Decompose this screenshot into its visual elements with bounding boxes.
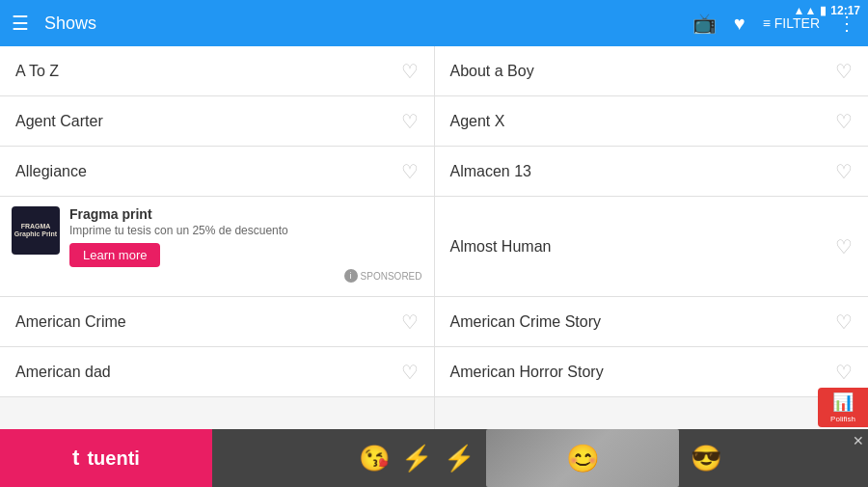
menu-icon[interactable]: ☰ bbox=[12, 12, 29, 35]
show-name: American Crime bbox=[15, 313, 126, 331]
ad-brand-name: Fragma print bbox=[69, 206, 422, 222]
filter-icon: ≡ bbox=[763, 15, 771, 31]
banner-close-button[interactable]: ✕ bbox=[853, 433, 864, 448]
banner-content: 😘 ⚡ ⚡ 😊 😎 bbox=[212, 429, 868, 487]
show-item-american-crime[interactable]: American Crime ♡ bbox=[0, 297, 434, 347]
show-item-agent-x[interactable]: Agent X ♡ bbox=[435, 96, 869, 147]
ad-text: Fragma print Imprime tu tesis con un 25%… bbox=[69, 206, 422, 267]
wifi-icon: ▲▲ bbox=[794, 4, 817, 17]
show-name: A To Z bbox=[15, 63, 59, 80]
show-item-almost-human[interactable]: Almost Human ♡ bbox=[435, 197, 869, 297]
show-item-american-horror-story[interactable]: American Horror Story ♡ bbox=[435, 347, 869, 397]
favorite-heart-icon[interactable]: ♡ bbox=[401, 60, 419, 83]
polifish-chart-icon: 📊 bbox=[832, 392, 854, 413]
advertisement-block: FRAGMAGraphic Print Fragma print Imprime… bbox=[0, 197, 434, 297]
show-item-almacen-13[interactable]: Almacen 13 ♡ bbox=[435, 147, 869, 197]
favorite-heart-icon[interactable]: ♡ bbox=[401, 160, 419, 183]
emoji-lightning2: ⚡ bbox=[444, 444, 475, 473]
favorite-heart-icon[interactable]: ♡ bbox=[401, 311, 419, 334]
favorite-heart-icon[interactable]: ♡ bbox=[401, 361, 419, 384]
favorite-heart-icon[interactable]: ♡ bbox=[835, 235, 853, 258]
show-item-allegiance[interactable]: Allegiance ♡ bbox=[0, 147, 434, 197]
show-name: Allegiance bbox=[15, 163, 87, 180]
favorite-heart-icon[interactable]: ♡ bbox=[835, 361, 853, 384]
ad-inner: FRAGMAGraphic Print Fragma print Imprime… bbox=[12, 206, 422, 267]
left-column: A To Z ♡ Agent Carter ♡ Allegiance ♡ FRA… bbox=[0, 46, 435, 429]
ad-description: Imprime tu tesis con un 25% de descuento bbox=[69, 224, 422, 237]
ad-bottom: i SPONSORED bbox=[12, 269, 422, 283]
ad-logo: FRAGMAGraphic Print bbox=[12, 206, 60, 255]
header-left: ☰ Shows bbox=[12, 12, 96, 35]
tv-icon[interactable]: 📺 bbox=[692, 12, 717, 35]
show-name: American dad bbox=[15, 364, 111, 381]
app-header: ☰ Shows ▲▲ ▮ 12:17 📺 ♥ ≡ FILTER ⋮ bbox=[0, 0, 868, 46]
show-item-a-to-z[interactable]: A To Z ♡ bbox=[0, 46, 434, 96]
sponsored-badge: i SPONSORED bbox=[344, 269, 422, 283]
show-name: Agent X bbox=[450, 113, 505, 130]
emoji-lightning: ⚡ bbox=[401, 444, 432, 473]
show-item-about-a-boy[interactable]: About a Boy ♡ bbox=[435, 46, 869, 96]
page-title: Shows bbox=[44, 14, 96, 34]
favorite-heart-icon[interactable]: ♡ bbox=[835, 60, 853, 83]
emoji-sunglasses: 😎 bbox=[691, 444, 721, 473]
show-name: Almacen 13 bbox=[450, 163, 532, 180]
sponsored-circle-icon: i bbox=[344, 269, 358, 283]
time-display: 12:17 bbox=[830, 4, 860, 17]
show-name: American Horror Story bbox=[450, 364, 604, 381]
main-content: A To Z ♡ Agent Carter ♡ Allegiance ♡ FRA… bbox=[0, 46, 868, 429]
show-name: Almost Human bbox=[450, 238, 552, 256]
show-item-american-dad[interactable]: American dad ♡ bbox=[0, 347, 434, 397]
status-bar: ▲▲ ▮ 12:17 bbox=[786, 0, 868, 21]
show-name: Agent Carter bbox=[15, 113, 103, 130]
bottom-ad-banner: t tuenti 😘 ⚡ ⚡ 😊 😎 ✕ bbox=[0, 429, 868, 487]
show-item-american-crime-story[interactable]: American Crime Story ♡ bbox=[435, 297, 869, 347]
favorite-heart-icon[interactable]: ♡ bbox=[401, 110, 419, 133]
favorite-heart-icon[interactable]: ♡ bbox=[835, 110, 853, 133]
favorite-heart-icon[interactable]: ♡ bbox=[835, 160, 853, 183]
favorites-icon[interactable]: ♥ bbox=[734, 13, 746, 35]
favorite-heart-icon[interactable]: ♡ bbox=[835, 311, 853, 334]
tuenti-t-icon: t bbox=[72, 446, 79, 471]
show-item-agent-carter[interactable]: Agent Carter ♡ bbox=[0, 96, 434, 147]
show-name: American Crime Story bbox=[450, 313, 601, 331]
emoji-kiss: 😘 bbox=[359, 444, 390, 473]
tuenti-logo: t tuenti bbox=[0, 429, 212, 487]
sponsored-label: SPONSORED bbox=[361, 271, 422, 282]
ad-logo-text: FRAGMAGraphic Print bbox=[14, 223, 57, 239]
battery-icon: ▮ bbox=[820, 4, 827, 17]
show-name: About a Boy bbox=[450, 63, 534, 80]
polifish-widget[interactable]: 📊 Polifish bbox=[818, 388, 868, 427]
right-column: About a Boy ♡ Agent X ♡ Almacen 13 ♡ Alm… bbox=[435, 46, 869, 429]
learn-more-button[interactable]: Learn more bbox=[69, 243, 160, 267]
banner-photo: 😊 bbox=[486, 429, 679, 487]
tuenti-brand-name: tuenti bbox=[87, 447, 139, 470]
polifish-label: Polifish bbox=[830, 415, 855, 423]
